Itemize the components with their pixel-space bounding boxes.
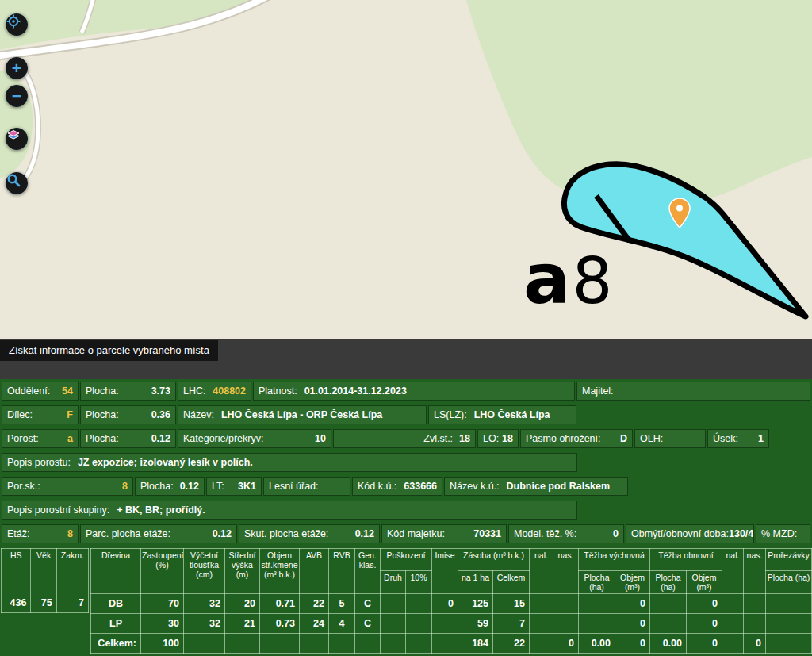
cell: 32	[184, 614, 225, 634]
row-spacer	[771, 429, 810, 448]
field-lo: LO: 18	[477, 429, 519, 448]
cell: 0	[744, 634, 766, 654]
map-hint-strip: Získat informace o parcele vybraného mís…	[0, 339, 812, 379]
field-dilec: Dílec: F	[2, 405, 79, 424]
field-value: 54	[62, 386, 73, 397]
cell: C	[355, 594, 381, 614]
field-value: F	[67, 409, 73, 420]
field-value: 0	[613, 528, 619, 539]
cell	[381, 634, 406, 654]
field-lhc: LHC: 408802	[178, 382, 251, 401]
cell	[722, 634, 744, 654]
map-info-tooltip: Získat informace o parcele vybraného mís…	[0, 340, 218, 361]
header-group-cell: Těžba obnovní	[650, 549, 722, 571]
field-label: Model. těž. %:	[514, 528, 576, 539]
field-value: 8	[122, 481, 128, 492]
cell: 5	[329, 594, 355, 614]
cell: 4	[329, 614, 355, 634]
cell: 0	[687, 634, 722, 654]
cell: 7	[56, 593, 88, 613]
field-value: 18	[502, 433, 513, 444]
field-label: Pásmo ohrožení:	[526, 433, 601, 444]
field-value: 70331	[473, 528, 501, 539]
cell	[650, 594, 687, 614]
cell: 0	[432, 594, 458, 614]
field-majitel: Majitel:	[576, 382, 810, 401]
zoom-in-button[interactable]: +	[6, 57, 28, 79]
cell: 0	[687, 594, 722, 614]
cell	[579, 614, 615, 634]
table-header-row: Dřevina Zastoupení (%) Výčetní tloušťka …	[91, 549, 812, 571]
field-label: Zvl.st.:	[423, 433, 453, 444]
locate-button[interactable]	[6, 13, 28, 36]
field-value: LHO Česká Lípa	[474, 409, 550, 420]
info-row: Popis porostu: JZ expozice; izolovaný le…	[0, 453, 812, 472]
field-label: Název k.ú.:	[450, 481, 500, 492]
cell	[579, 594, 615, 614]
field-popis-porostu: Popis porostu: JZ expozice; izolovaný le…	[2, 453, 577, 472]
cell: 7	[493, 614, 530, 634]
field-value: Dubnice pod Ralskem	[507, 481, 611, 492]
field-label: Popis porostní skupiny:	[7, 504, 109, 516]
cell: 0.00	[579, 634, 615, 654]
header-group-cell: Prořezávky	[766, 549, 812, 571]
field-value: D	[620, 433, 627, 444]
field-value: 18	[459, 433, 470, 444]
table-row: LP 30 32 21 0.73 24 4 C 59 7	[91, 614, 812, 634]
field-label: Skut. plocha etáže:	[244, 528, 328, 539]
cell	[722, 594, 744, 614]
field-label: OLH:	[640, 433, 663, 444]
cell: Celkem:	[91, 634, 141, 654]
field-label: Platnost:	[259, 386, 297, 397]
layers-button[interactable]	[6, 128, 28, 150]
header-group-cell: Těžba výchovná	[579, 549, 650, 571]
header-cell: Zastoupení (%)	[141, 549, 184, 594]
forest-area	[0, 0, 268, 50]
cell	[766, 594, 812, 614]
map-canvas[interactable]: a 8 + −	[0, 0, 812, 339]
cell	[530, 594, 553, 614]
info-row: Por.sk.: 8 Plocha: 0.12 LT: 3K1 Lesní úř…	[0, 477, 812, 496]
cell: 15	[493, 594, 530, 614]
plus-icon: +	[12, 59, 21, 76]
cell: 184	[458, 634, 493, 654]
info-row: Popis porostní skupiny: + BK, BR; proříd…	[0, 501, 812, 520]
field-popis-skupiny: Popis porostní skupiny: + BK, BR; proříd…	[2, 501, 577, 520]
field-nazev-ku: Název k.ú.: Dubnice pod Ralskem	[444, 477, 628, 496]
header-group-cell: Zásoba (m³ b.k.)	[458, 549, 530, 571]
cell	[766, 634, 812, 654]
field-plocha-dilec: Plocha: 0.36	[80, 405, 176, 424]
field-label: Por.sk.:	[7, 481, 40, 492]
field-plocha-porsk: Plocha: 0.12	[135, 477, 205, 496]
header-cell: RVB	[329, 549, 355, 594]
header-cell: AVB	[300, 549, 329, 594]
field-label: Plocha:	[86, 386, 119, 397]
field-label: LT:	[212, 481, 224, 492]
field-label: Úsek:	[713, 433, 738, 444]
field-value: 0.12	[213, 528, 232, 539]
app: a 8 + −	[0, 0, 812, 656]
field-value: 0.12	[355, 528, 374, 539]
field-value: 01.01.2014-31.12.2023	[304, 386, 407, 397]
header-cell: Druh	[381, 571, 406, 594]
header-cell: Objem stř.kmene (m³ b.k.)	[260, 549, 300, 594]
field-value: LHO Česká Lípa - ORP Česká Lípa	[221, 409, 382, 420]
field-skut-plocha-etaze: Skut. plocha etáže: 0.12	[239, 524, 380, 543]
cell	[432, 614, 458, 634]
header-cell: HS	[2, 549, 31, 593]
field-lesni-urad: Lesní úřad:	[263, 477, 350, 496]
map-graphics	[0, 0, 812, 339]
row-spacer	[578, 405, 810, 424]
zoom-out-button[interactable]: −	[6, 85, 28, 107]
search-icon	[6, 173, 21, 187]
search-button[interactable]	[6, 172, 28, 194]
cell	[381, 594, 406, 614]
cell	[744, 594, 766, 614]
field-value: 408802	[213, 386, 246, 397]
cell: 0	[553, 634, 579, 654]
cell	[530, 634, 553, 654]
field-label: LS(LZ):	[434, 409, 467, 420]
field-nazev: Název: LHO Česká Lípa - ORP Česká Lípa	[178, 405, 427, 424]
cell	[744, 614, 766, 634]
field-value: + BK, BR; prořídlý.	[117, 504, 205, 516]
